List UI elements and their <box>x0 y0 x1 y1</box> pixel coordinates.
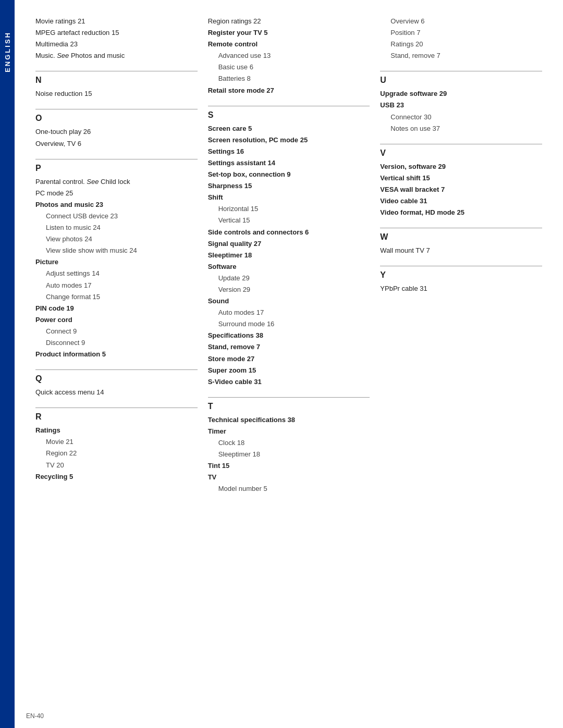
section-letter: N <box>35 76 198 85</box>
section-letter: P <box>35 164 198 173</box>
list-item: Shift <box>208 192 370 203</box>
section-divider <box>35 408 198 408</box>
list-item: Photos and music 23 <box>35 199 198 211</box>
list-item: Wall mount TV 7 <box>380 245 542 256</box>
list-item: Connect USB device 23 <box>35 211 198 222</box>
list-item: Listen to music 24 <box>35 222 198 233</box>
list-item: Ratings 20 <box>380 39 542 50</box>
list-item: Stand, remove 7 <box>208 341 370 353</box>
list-item: MPEG artefact reduction 15 <box>35 27 198 39</box>
section-letter: U <box>380 76 542 85</box>
list-item: Surround mode 16 <box>208 318 370 330</box>
list-item: Disconnect 9 <box>35 337 198 349</box>
list-item: Store mode 27 <box>208 353 370 365</box>
section-letter: Q <box>35 374 198 384</box>
list-item: Product information 5 <box>35 349 198 360</box>
index-section: YYPbPr cable 31 <box>380 266 542 294</box>
section-letter: Y <box>380 270 542 280</box>
list-item: Register your TV 5 <box>208 27 370 39</box>
index-section: UUpgrade software 29USB 23Connector 30No… <box>380 71 542 134</box>
list-item: Sleeptimer 18 <box>208 250 370 261</box>
list-item: Recycling 5 <box>35 471 198 483</box>
list-item: Clock 18 <box>208 437 370 449</box>
side-tab-label: ENGLISH <box>4 31 11 72</box>
section-letter: R <box>35 412 198 422</box>
list-item: Model number 5 <box>208 483 370 495</box>
list-item: PC mode 25 <box>35 188 198 199</box>
list-item: Remote control <box>208 39 370 50</box>
list-item: Overview 6 <box>380 16 542 27</box>
list-item: Side controls and connectors 6 <box>208 227 370 238</box>
index-section: VVersion, software 29Vertical shift 15VE… <box>380 144 542 218</box>
page-number: EN-40 <box>26 712 44 720</box>
list-item: Screen care 5 <box>208 123 370 134</box>
list-item: Specifications 38 <box>208 330 370 341</box>
list-item: S-Video cable 31 <box>208 376 370 388</box>
list-item: Tint 15 <box>208 460 370 472</box>
section-letter: S <box>208 110 370 120</box>
index-section: RRatingsMovie 21Region 22TV 20Recycling … <box>35 408 198 482</box>
page-wrapper: ENGLISH Movie ratings 21MPEG artefact re… <box>0 0 563 728</box>
list-item: Connect 9 <box>35 326 198 337</box>
list-item: Sleeptimer 18 <box>208 449 370 460</box>
list-item: View slide show with music 24 <box>35 245 198 256</box>
index-section: Overview 6Position 7Ratings 20Stand, rem… <box>380 16 542 61</box>
index-section: OOne-touch play 26Overview, TV 6 <box>35 109 198 149</box>
list-item: Video cable 31 <box>380 195 542 207</box>
list-item: TV 20 <box>35 460 198 471</box>
list-item: Multimedia 23 <box>35 39 198 50</box>
list-item: View photos 24 <box>35 233 198 245</box>
section-letter: W <box>380 232 542 242</box>
index-section: SScreen care 5Screen resolution, PC mode… <box>208 106 370 388</box>
section-letter: O <box>35 114 198 123</box>
list-item: TV <box>208 472 370 483</box>
list-item: Upgrade software 29 <box>380 88 542 100</box>
index-section: Movie ratings 21MPEG artefact reduction … <box>35 16 198 61</box>
list-item: Noise reduction 15 <box>35 88 198 100</box>
column-2: Region ratings 22Register your TV 5Remot… <box>208 16 381 707</box>
section-divider <box>35 159 198 159</box>
list-item: Movie 21 <box>35 436 198 448</box>
section-letter: V <box>380 149 542 158</box>
section-divider <box>380 266 542 266</box>
content-area: Movie ratings 21MPEG artefact reduction … <box>15 0 563 728</box>
list-item: Signal quality 27 <box>208 238 370 250</box>
list-item: Stand, remove 7 <box>380 50 542 61</box>
column-3: Overview 6Position 7Ratings 20Stand, rem… <box>380 16 542 707</box>
section-divider <box>380 144 542 144</box>
section-divider <box>35 109 198 109</box>
section-divider <box>208 106 370 106</box>
list-item: Adjust settings 14 <box>35 268 198 279</box>
list-item: Set-top box, connection 9 <box>208 169 370 180</box>
index-section: PParental control. See Child lockPC mode… <box>35 159 198 361</box>
index-section: TTechnical specifications 38TimerClock 1… <box>208 397 370 495</box>
list-item: Technical specifications 38 <box>208 414 370 426</box>
list-item: Region ratings 22 <box>208 16 370 27</box>
list-item: Region 22 <box>35 448 198 459</box>
list-item: One-touch play 26 <box>35 126 198 138</box>
list-item: Vertical shift 15 <box>380 172 542 184</box>
index-section: QQuick access menu 14 <box>35 369 198 398</box>
list-item: Overview, TV 6 <box>35 138 198 150</box>
section-divider <box>35 71 198 71</box>
list-item: Basic use 6 <box>208 61 370 73</box>
list-item: Picture <box>35 256 198 268</box>
section-divider <box>380 228 542 228</box>
list-item: Screen resolution, PC mode 25 <box>208 134 370 146</box>
list-item: Video format, HD mode 25 <box>380 207 542 218</box>
list-item: Movie ratings 21 <box>35 16 198 27</box>
list-item: Settings assistant 14 <box>208 157 370 169</box>
list-item: Timer <box>208 426 370 437</box>
list-item: USB 23 <box>380 100 542 111</box>
list-item: Ratings <box>35 425 198 436</box>
index-section: WWall mount TV 7 <box>380 228 542 256</box>
index-section: NNoise reduction 15 <box>35 71 198 100</box>
list-item: Settings 16 <box>208 146 370 157</box>
list-item: Quick access menu 14 <box>35 387 198 398</box>
list-item: Notes on use 37 <box>380 123 542 134</box>
index-section: Region ratings 22Register your TV 5Remot… <box>208 16 370 96</box>
list-item: Change format 15 <box>35 291 198 303</box>
list-item: PIN code 19 <box>35 303 198 314</box>
list-item: Super zoom 15 <box>208 365 370 376</box>
list-item: Power cord <box>35 314 198 326</box>
